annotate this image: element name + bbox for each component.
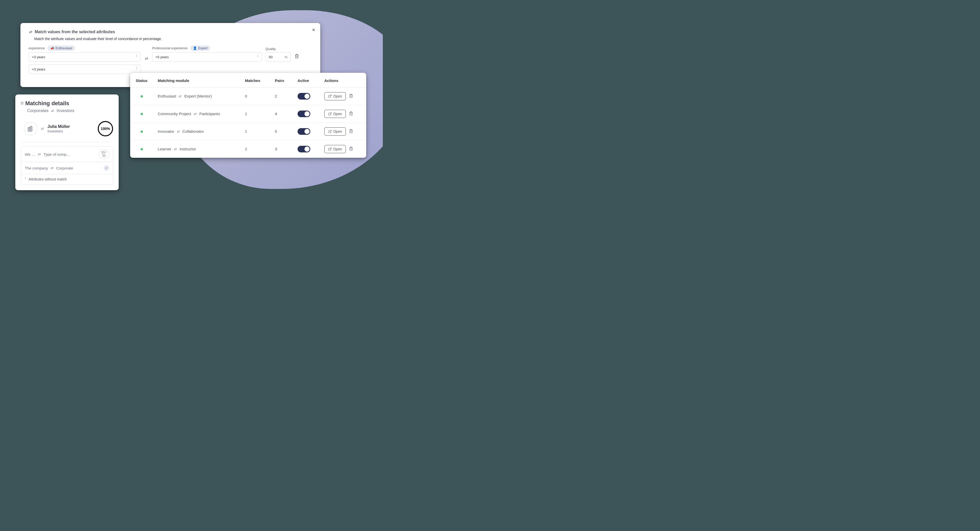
open-button[interactable]: Open (325, 145, 346, 153)
swap-icon (174, 147, 177, 151)
matches-cell: 1 (240, 105, 270, 123)
attribute-row[interactable]: We … Type of comp… 33 / 33 (21, 147, 113, 162)
th-matches: Matches (240, 73, 270, 88)
match-card-subtitle: Match the attribute values and evaluate … (34, 37, 312, 41)
megaphone-icon: 📣 (50, 46, 54, 50)
th-status: Status (130, 73, 153, 88)
quality-label: Quality (266, 47, 275, 51)
module-cell: Community Project Participants (158, 112, 236, 116)
person-role: Investors (48, 129, 94, 133)
modules-table-card: Status Matching module Matches Pairs Act… (130, 73, 366, 158)
trash-icon[interactable] (349, 147, 353, 152)
details-left: Corporates (27, 108, 48, 113)
status-dot (141, 95, 143, 97)
status-dot (141, 148, 143, 150)
status-dot (141, 131, 143, 133)
professional-label: Professional experience (152, 46, 188, 50)
trash-icon[interactable] (294, 54, 299, 62)
matching-details-card: Matching details Corporates Investors Ju… (15, 94, 119, 190)
professional-select[interactable]: >5 years ˄˅ (152, 52, 262, 62)
open-button[interactable]: Open (325, 110, 346, 118)
active-toggle[interactable] (298, 128, 310, 135)
swap-icon (177, 129, 180, 134)
experience-label: experience (29, 46, 45, 50)
swap-icon (51, 109, 54, 113)
building-icon (24, 122, 37, 135)
person-icon: 👤 (193, 46, 197, 50)
puzzle-icon (21, 100, 23, 106)
trash-icon[interactable] (349, 111, 353, 116)
professional-chip[interactable]: 👤 Expert (190, 45, 210, 51)
th-active: Active (293, 73, 320, 88)
th-module: Matching module (153, 73, 240, 88)
check-icon: ✓ (103, 165, 109, 171)
status-dot (141, 113, 143, 115)
trash-icon[interactable] (349, 129, 353, 134)
open-button[interactable]: Open (325, 92, 346, 100)
swap-icon (38, 152, 41, 156)
swap-icon (51, 166, 54, 170)
swap-icon (29, 31, 33, 33)
swap-icon (41, 127, 44, 131)
matches-cell: 1 (240, 123, 270, 140)
th-actions: Actions (320, 73, 366, 88)
score-badge: 100% (98, 121, 113, 136)
swap-icon (179, 94, 182, 98)
experience-select[interactable]: <3 years ˄˅ (29, 52, 141, 62)
quality-input[interactable]: 50 % (266, 52, 291, 62)
module-cell: Enthusiast Expert (Mentor) (158, 94, 236, 99)
pairs-cell: 3 (270, 140, 293, 158)
chevron-updown-icon: ˄˅ (136, 67, 138, 71)
svg-rect-0 (28, 128, 30, 131)
match-card-title: Match values from the selected attribute… (35, 30, 115, 34)
pairs-cell: 4 (270, 105, 293, 123)
details-title: Matching details (25, 100, 69, 107)
active-toggle[interactable] (298, 93, 310, 100)
table-row: Learner Instructor 2 3 Open (130, 140, 366, 158)
module-cell: Innovator Collaborator (158, 129, 236, 134)
trash-icon[interactable] (349, 94, 353, 99)
table-row: Innovator Collaborator 1 5 Open (130, 123, 366, 140)
chevron-down-icon: ˅ (25, 177, 27, 181)
attribute-row[interactable]: The company Corporate ✓ (21, 162, 113, 174)
attr-score: 33 / 33 (99, 150, 109, 159)
th-pairs: Pairs (270, 73, 293, 88)
active-toggle[interactable] (298, 110, 310, 117)
open-button[interactable]: Open (325, 128, 346, 136)
attributes-card: We … Type of comp… 33 / 33 The company C… (21, 146, 113, 185)
active-toggle[interactable] (298, 146, 310, 152)
swap-icon[interactable] (145, 57, 148, 62)
chevron-updown-icon: ˄˅ (257, 55, 259, 59)
swap-icon (194, 112, 197, 116)
pairs-cell: 2 (270, 88, 293, 105)
details-right: Investors (57, 108, 74, 113)
experience-select-2[interactable]: <3 years ˄˅ (29, 65, 141, 74)
matches-cell: 0 (240, 88, 270, 105)
chevron-updown-icon: ˄˅ (136, 55, 138, 59)
experience-chip[interactable]: 📣 Enthousiast (48, 45, 75, 51)
table-row: Community Project Participants 1 4 Open (130, 105, 366, 123)
pairs-cell: 5 (270, 123, 293, 140)
person-name: Julia Müller (48, 124, 94, 129)
matches-cell: 2 (240, 140, 270, 158)
module-cell: Learner Instructor (158, 147, 236, 151)
table-row: Enthusiast Expert (Mentor) 0 2 Open (130, 88, 366, 105)
expand-attributes[interactable]: ˅ Attributes without match (21, 174, 113, 184)
close-icon[interactable]: ✕ (312, 27, 315, 32)
